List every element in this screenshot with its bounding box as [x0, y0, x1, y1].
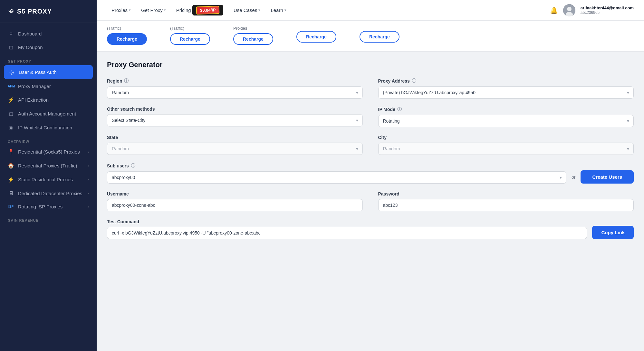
state-select[interactable]: Random [107, 143, 363, 155]
recharge-card-3: Proxies Recharge [233, 26, 291, 45]
other-search-wrapper: Select State-City [107, 114, 363, 126]
sidebar-item-residential-traffic[interactable]: 🏠 Residential Proxies (Traffic) › [0, 159, 97, 173]
notification-bell-icon[interactable]: 🔔 [550, 6, 558, 14]
topnav-learn[interactable]: Learn ▾ [266, 5, 291, 15]
password-input[interactable] [378, 199, 634, 211]
proxy-address-help-icon[interactable]: ⓘ [412, 78, 416, 84]
pricing-badge: $0.04/IP [192, 5, 223, 15]
sidebar-menu: ○ Dashboard ◻ My Coupon Get Proxy ◎ User… [0, 23, 97, 351]
user-id: abc236965 [581, 10, 634, 15]
topnav: Proxies ▾ Get Proxy ▾ Pricing $0.04/IP U… [97, 0, 644, 21]
copy-link-button[interactable]: Copy Link [592, 226, 634, 239]
other-search-label: Other search methods [107, 106, 363, 112]
sidebar-item-static-residential[interactable]: ⚡ Static Residential Proxies › [0, 173, 97, 186]
state-group: State Random [107, 135, 363, 155]
sidebar-item-residential-socks5[interactable]: 📍 Residential (Socks5) Proxies › [0, 145, 97, 159]
user-info: arifaakhter444@gmail.com abc236965 [581, 5, 634, 15]
static-icon: ⚡ [8, 176, 14, 183]
form-grid: Region ⓘ Random United States United Kin… [107, 78, 634, 239]
user-email: arifaakhter444@gmail.com [581, 5, 634, 10]
other-search-group: Other search methods Select State-City [107, 106, 363, 127]
recharge-card-1: (Traffic) Recharge [107, 26, 165, 45]
recharge-button-1[interactable]: Recharge [107, 33, 147, 45]
topnav-right: 🔔 arifaakhter444@gmail.com abc236965 [550, 4, 634, 16]
password-label: Password [378, 191, 634, 196]
get-proxy-label: Get Proxy [141, 7, 163, 13]
chevron-icon: › [88, 177, 89, 182]
sidebar-item-api-extraction[interactable]: ⚡ API Extraction [0, 93, 97, 107]
subusers-row: Sub users ⓘ abcproxy00 or Create Users [107, 163, 634, 184]
sidebar-item-label: Rotating ISP Proxies [18, 204, 62, 209]
sidebar-item-label: Proxy Manager [18, 84, 51, 89]
recharge-button-2[interactable]: Recharge [170, 33, 210, 45]
sidebar-item-label: Residential (Socks5) Proxies [18, 149, 80, 155]
proxy-address-select-wrapper: (Private) bGJWikIegYuZztU.abcproxy.vip:4… [378, 86, 634, 99]
ip-mode-help-icon[interactable]: ⓘ [397, 106, 402, 112]
ip-mode-label: IP Mode ⓘ [378, 106, 634, 112]
account-icon: ◻ [8, 111, 14, 117]
topnav-proxies[interactable]: Proxies ▾ [107, 5, 135, 15]
sidebar-item-dedicated-datacenter[interactable]: 🖥 Dedicated Datacenter Proxies › [0, 186, 97, 200]
subusers-label: Sub users ⓘ [107, 163, 566, 169]
sidebar-item-user-pass-auth[interactable]: ◎ User & Pass Auth [4, 65, 93, 79]
region-select-wrapper: Random United States United Kingdom [107, 86, 363, 99]
auth-icon: ◎ [8, 69, 15, 75]
recharge-label-2: (Traffic) [170, 26, 184, 31]
recharge-button-5[interactable]: Recharge [360, 31, 399, 43]
sidebar-item-label: Dedicated Datacenter Proxies [18, 191, 82, 196]
sidebar-item-label: IP Whitelist Configuration [18, 125, 72, 130]
sidebar-item-dashboard[interactable]: ○ Dashboard [0, 27, 97, 40]
topnav-pricing[interactable]: Pricing $0.04/IP [172, 2, 228, 18]
other-search-select[interactable]: Select State-City [107, 114, 363, 126]
datacenter-icon: 🖥 [8, 190, 14, 196]
proxy-address-select[interactable]: (Private) bGJWikIegYuZztU.abcproxy.vip:4… [378, 86, 634, 99]
username-label: Username [107, 191, 363, 196]
topnav-use-cases[interactable]: Use Cases ▾ [229, 5, 265, 15]
subusers-help-icon[interactable]: ⓘ [131, 163, 135, 169]
ip-mode-select[interactable]: Rotating Static [378, 115, 634, 127]
city-select[interactable]: Random [378, 143, 634, 155]
api-icon: ⚡ [8, 97, 14, 103]
proxies-caret: ▾ [129, 8, 131, 12]
avatar-img [563, 4, 575, 16]
city-wrapper: Random [378, 143, 634, 155]
sidebar-item-ip-whitelist[interactable]: ◎ IP Whitelist Configuration [0, 121, 97, 135]
get-proxy-caret: ▾ [164, 8, 166, 12]
test-command-input[interactable] [107, 227, 587, 239]
ip-mode-group: IP Mode ⓘ Rotating Static [378, 106, 634, 127]
recharge-button-4[interactable]: Recharge [296, 31, 336, 43]
section-get-proxy: Get Proxy [0, 54, 97, 65]
whitelist-icon: ◎ [8, 125, 14, 131]
region-select[interactable]: Random United States United Kingdom [107, 86, 363, 99]
city-group: City Random [378, 135, 634, 155]
region-help-icon[interactable]: ⓘ [124, 78, 129, 84]
recharge-section: (Traffic) Recharge (Traffic) Recharge Pr… [97, 21, 644, 52]
pricing-label: Pricing [176, 7, 191, 13]
sidebar-item-auth-account[interactable]: ◻ Auth Account Management [0, 107, 97, 121]
password-group: Password [378, 191, 634, 211]
price-tag: $0.04/IP [196, 6, 219, 15]
sidebar-item-proxy-manager[interactable]: APM Proxy Manager [0, 80, 97, 93]
recharge-label-3: Proxies [233, 26, 247, 31]
recharge-button-3[interactable]: Recharge [233, 33, 273, 45]
topnav-links: Proxies ▾ Get Proxy ▾ Pricing $0.04/IP U… [107, 2, 547, 18]
logo-icon: ꩜ [8, 7, 14, 15]
sidebar-item-label: API Extraction [18, 97, 49, 103]
subusers-col: Sub users ⓘ abcproxy00 [107, 163, 566, 184]
sidebar-item-rotating-isp[interactable]: ISP Rotating ISP Proxies › [0, 200, 97, 213]
use-cases-caret: ▾ [258, 8, 260, 12]
username-input[interactable] [107, 199, 363, 211]
page-content: (Traffic) Recharge (Traffic) Recharge Pr… [97, 21, 644, 351]
isp-icon: ISP [8, 205, 14, 208]
topnav-get-proxy[interactable]: Get Proxy ▾ [137, 5, 170, 15]
subusers-select[interactable]: abcproxy00 [107, 171, 566, 184]
sidebar-item-my-coupon[interactable]: ◻ My Coupon [0, 40, 97, 54]
learn-caret: ▾ [284, 8, 286, 12]
proxy-generator-title: Proxy Generator [107, 61, 634, 69]
create-users-button[interactable]: Create Users [581, 170, 634, 184]
sidebar-item-label: Static Residential Proxies [18, 177, 73, 182]
logo: ꩜ S5 PROXY [0, 0, 97, 23]
proxies-label: Proxies [111, 7, 128, 13]
section-gain-revenue: Gain revenue [0, 213, 97, 224]
sidebar-item-label: User & Pass Auth [19, 69, 57, 75]
